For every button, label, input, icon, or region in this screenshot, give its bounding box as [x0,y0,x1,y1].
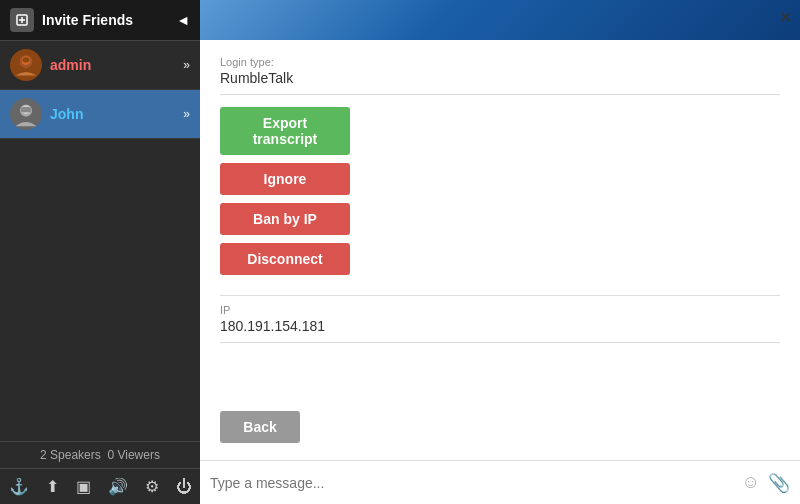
user-arrow-john: » [183,107,190,121]
power-icon[interactable]: ⏻ [176,478,192,496]
login-type-value: RumbleTalk [220,70,780,95]
anchor-icon[interactable]: ⚓ [9,477,29,496]
message-bar: ☺ 📎 [200,460,800,504]
sidebar-title: Invite Friends [42,12,168,28]
settings-icon[interactable]: ⚙ [145,477,159,496]
bottom-toolbar: ⚓ ⬆ ▣ 🔊 ⚙ ⏻ [0,468,200,504]
message-input[interactable] [210,475,734,491]
screen-icon[interactable]: ▣ [76,477,91,496]
ip-value: 180.191.154.181 [220,318,780,343]
main-content: ✕ Login type: RumbleTalk Export transcri… [200,0,800,504]
upload-icon[interactable]: ⬆ [46,477,59,496]
username-john: John [50,106,175,122]
user-item-john[interactable]: John » [0,90,200,139]
speakers-count: 2 Speakers 0 Viewers [0,441,200,468]
invite-friends-icon [10,8,34,32]
user-arrow-admin: » [183,58,190,72]
login-type-label: Login type: [220,56,780,68]
sidebar-header[interactable]: Invite Friends ◄ [0,0,200,41]
user-item-admin[interactable]: admin » [0,41,200,90]
dialog-panel: Login type: RumbleTalk Export transcript… [200,40,800,460]
attach-icon[interactable]: 📎 [768,472,790,494]
back-button[interactable]: Back [220,411,300,443]
ignore-button[interactable]: Ignore [220,163,350,195]
avatar-john [10,98,42,130]
top-bar [200,0,800,40]
ban-by-ip-button[interactable]: Ban by IP [220,203,350,235]
sidebar-collapse-icon[interactable]: ◄ [176,12,190,28]
emoji-icon[interactable]: ☺ [742,472,760,493]
volume-icon[interactable]: 🔊 [108,477,128,496]
username-admin: admin [50,57,175,73]
svg-point-6 [23,57,30,62]
export-transcript-button[interactable]: Export transcript [220,107,350,155]
ip-label: IP [220,295,780,316]
close-button[interactable]: ✕ [779,8,792,27]
svg-rect-9 [21,107,32,112]
avatar-admin [10,49,42,81]
disconnect-button[interactable]: Disconnect [220,243,350,275]
sidebar: Invite Friends ◄ admin » John » [0,0,200,504]
